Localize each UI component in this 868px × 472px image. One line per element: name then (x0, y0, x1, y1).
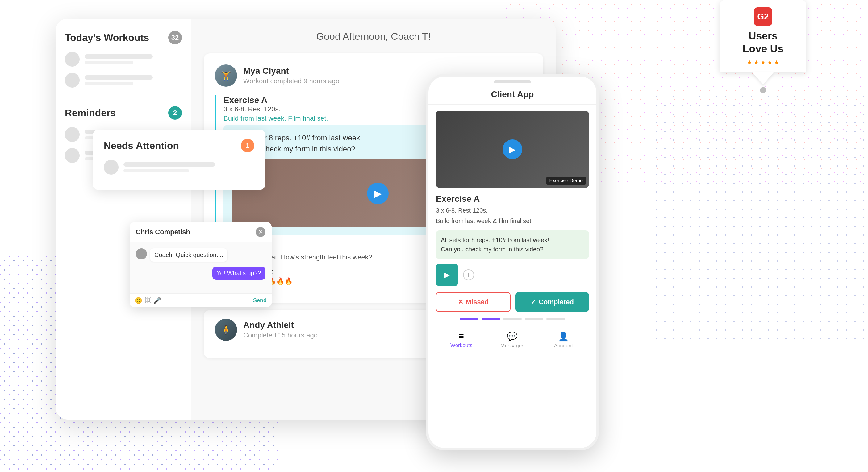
avatar (65, 73, 80, 88)
prog-dot-1 (460, 318, 478, 320)
reminders-title: Reminders (65, 107, 116, 119)
play-button[interactable]: ▶ (367, 182, 389, 204)
phone-client-message: All sets for 8 reps. +10# from last week… (436, 231, 589, 259)
mya-name: Mya Clyant (243, 66, 339, 76)
workout-list-item-1[interactable] (65, 52, 182, 67)
phone-play-button[interactable]: ▶ (502, 139, 522, 159)
phone-video-thumb[interactable]: ▶ Exercise Demo (436, 111, 589, 188)
chat-bubble-other: Coach! Quick question.... (150, 248, 227, 262)
main-container: Today's Workouts 32 (56, 19, 574, 450)
text-placeholder-thin (85, 82, 133, 85)
phone-frame: Client App ▶ Exercise Demo Exercise A 3 … (426, 74, 599, 450)
phone-nav-messages[interactable]: 💬 Messages (487, 331, 538, 349)
needs-attention-item[interactable] (104, 160, 254, 175)
workout-list-item-2[interactable] (65, 73, 182, 88)
text-placeholder-thick (85, 75, 153, 79)
account-icon: 👤 (538, 331, 589, 341)
phone-msg-line1: All sets for 8 reps. +10# from last week… (441, 235, 584, 245)
phone-thumb-row: ▶ + (436, 264, 589, 286)
phone-nav: ≡ Workouts 💬 Messages 👤 Account (436, 326, 589, 351)
phone-video-thumb-sm[interactable]: ▶ (436, 264, 458, 286)
phone-exercise-detail: 3 x 6-8. Rest 120s. (436, 206, 589, 215)
completed-button[interactable]: ✓ Completed (516, 292, 589, 312)
text-placeholder-thin (85, 61, 133, 64)
chat-bubble-self: Yo! What's up?? (212, 267, 266, 280)
chat-title: Chris Competish (136, 228, 190, 236)
text-placeholder-thin (123, 169, 189, 172)
phone-action-row: ✕ Missed ✓ Completed (436, 292, 589, 312)
chat-emoji-icon[interactable]: 🙂 (134, 297, 142, 304)
needs-attention-card: Needs Attention 1 (93, 130, 266, 190)
chat-mic-icon[interactable]: 🎤 (153, 297, 161, 304)
prog-dot-3 (503, 318, 522, 320)
g2-title: Users Love Us (728, 30, 798, 55)
andy-name: Andy Athleit (243, 320, 318, 330)
reminders-badge: 2 (168, 106, 182, 120)
phone-video-label: Exercise Demo (546, 177, 586, 185)
phone-msg-line2: Can you check my form in this video? (441, 245, 584, 254)
avatar (65, 127, 80, 142)
phone-nav-workouts[interactable]: ≡ Workouts (436, 331, 487, 349)
sidebar: Today's Workouts 32 (56, 19, 191, 419)
workouts-nav-label: Workouts (436, 342, 487, 348)
chat-msg-other: Coach! Quick question.... (136, 248, 266, 262)
needs-attention-badge: 1 (241, 139, 254, 153)
exercise-note: Build from last week. Film final set. (223, 114, 328, 123)
andy-sub: Completed 15 hours ago (243, 331, 318, 339)
messages-nav-label: Messages (487, 343, 538, 349)
g2-badge-pointer (752, 72, 774, 85)
avatar (65, 52, 80, 67)
phone-nav-account[interactable]: 👤 Account (538, 331, 589, 349)
todays-workouts-badge: 32 (168, 31, 182, 44)
g2-badge-dot (760, 87, 766, 93)
chat-close-button[interactable]: ✕ (256, 227, 266, 237)
completed-check-icon: ✓ (531, 298, 536, 306)
chat-image-icon[interactable]: 🖼 (145, 297, 151, 304)
andy-avatar: 🧍 (215, 319, 237, 341)
chat-header: Chris Competish ✕ (130, 222, 272, 242)
chat-window: Chris Competish ✕ Coach! Quick question.… (130, 222, 272, 307)
avatar (65, 148, 80, 163)
exercise-name: Exercise A (223, 95, 328, 105)
phone-exercise-name: Exercise A (436, 194, 589, 204)
workouts-icon: ≡ (436, 331, 487, 341)
chat-send-button[interactable]: Send (253, 297, 267, 304)
greeting-text: Good Afternoon, Coach T! (204, 31, 543, 42)
prog-dot-5 (546, 318, 565, 320)
bg-dots-right-mid (652, 93, 868, 339)
missed-button[interactable]: ✕ Missed (436, 292, 510, 312)
todays-workouts-title: Today's Workouts (65, 32, 149, 43)
phone-exercise-note: Build from last week & film final set. (436, 216, 589, 226)
phone-content: ▶ Exercise Demo Exercise A 3 x 6-8. Rest… (429, 105, 596, 358)
phone-add-button[interactable]: + (463, 269, 474, 280)
todays-workouts-section: Today's Workouts 32 (65, 31, 182, 88)
prog-dot-4 (525, 318, 543, 320)
text-placeholder-thick (85, 54, 153, 59)
chat-user-avatar (136, 248, 147, 260)
phone-notch (494, 80, 531, 83)
account-nav-label: Account (538, 343, 589, 349)
chat-input-row: 🙂 🖼 🎤 Send (130, 293, 272, 307)
missed-x-icon: ✕ (458, 298, 463, 306)
mya-sub: Workout completed 9 hours ago (243, 77, 339, 85)
phone-client-app-title: Client App (429, 87, 596, 105)
phone-progress-dots (436, 318, 589, 320)
mya-avatar: 🏋️ (215, 65, 237, 87)
exercise-detail: 3 x 6-8. Rest 120s. (223, 105, 328, 113)
avatar (104, 160, 119, 175)
text-placeholder-thick (123, 162, 215, 167)
messages-icon: 💬 (487, 331, 538, 341)
g2-stars: ★ ★ ★ ★ ★ (728, 59, 798, 66)
g2-badge: G2 Users Love Us ★ ★ ★ ★ ★ (720, 0, 806, 93)
prog-dot-2 (482, 318, 500, 320)
g2-logo-icon: G2 (754, 7, 772, 26)
chat-body: Coach! Quick question.... Yo! What's up?… (130, 242, 272, 293)
needs-attention-title: Needs Attention (104, 140, 179, 151)
